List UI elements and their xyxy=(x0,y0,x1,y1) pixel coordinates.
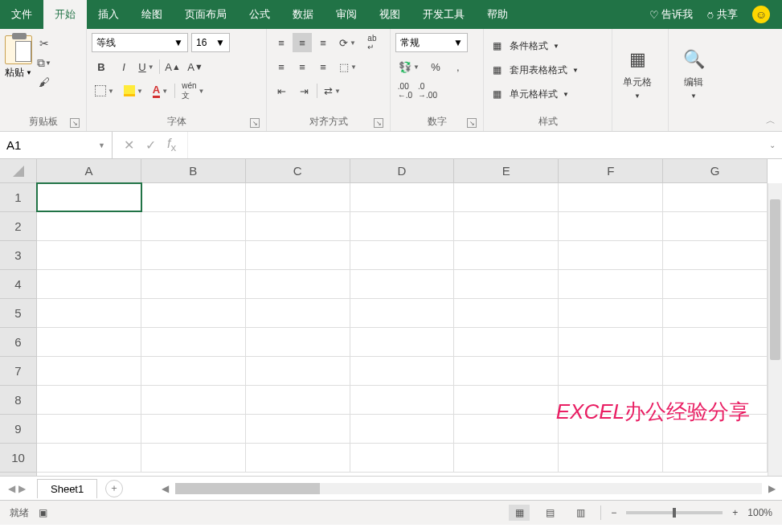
cell[interactable] xyxy=(454,328,559,356)
cell[interactable] xyxy=(350,299,455,327)
increase-indent-button[interactable]: ⇥ xyxy=(294,81,313,100)
cell[interactable] xyxy=(454,183,559,211)
font-size-select[interactable]: 16▼ xyxy=(191,33,230,52)
fill-color-button[interactable]: ▼ xyxy=(121,81,146,100)
cell[interactable] xyxy=(141,444,246,472)
cell-styles-button[interactable]: ▦单元格样式▼ xyxy=(489,84,607,104)
merge-button[interactable]: ⬚▼ xyxy=(336,57,360,76)
cell[interactable] xyxy=(454,386,559,414)
cell[interactable] xyxy=(246,386,350,414)
horizontal-scrollbar[interactable]: ◀ ▶ xyxy=(155,483,782,494)
bold-button[interactable]: B xyxy=(92,57,111,76)
scroll-right-button[interactable]: ▶ xyxy=(768,483,776,494)
cell[interactable] xyxy=(350,328,455,356)
cell[interactable] xyxy=(37,212,141,240)
decrease-indent-button[interactable]: ⇤ xyxy=(272,81,291,100)
cell[interactable] xyxy=(559,328,663,356)
tab-review[interactable]: 审阅 xyxy=(325,0,368,29)
cell[interactable] xyxy=(141,357,246,385)
cell[interactable] xyxy=(37,241,141,269)
tab-help[interactable]: 帮助 xyxy=(476,0,519,29)
sheet-nav-next-button[interactable]: ▶ xyxy=(18,483,26,494)
cell[interactable] xyxy=(246,299,350,327)
tab-view[interactable]: 视图 xyxy=(368,0,411,29)
align-top-button[interactable]: ≡ xyxy=(272,33,291,52)
percent-button[interactable]: % xyxy=(426,57,445,76)
cell[interactable] xyxy=(246,212,350,240)
cell[interactable] xyxy=(350,183,455,211)
cell[interactable] xyxy=(246,183,350,211)
sheet-tab[interactable]: Sheet1 xyxy=(37,479,97,498)
formula-input[interactable]: ⌄ xyxy=(188,132,782,158)
cell[interactable] xyxy=(141,299,246,327)
format-as-table-button[interactable]: ▦套用表格格式▼ xyxy=(489,59,607,80)
tab-home[interactable]: 开始 xyxy=(43,0,87,29)
cell[interactable] xyxy=(350,357,455,385)
cell[interactable] xyxy=(559,212,663,240)
tab-formulas[interactable]: 公式 xyxy=(238,0,281,29)
italic-button[interactable]: I xyxy=(114,57,133,76)
zoom-slider[interactable] xyxy=(626,511,723,514)
border-button[interactable]: ▼ xyxy=(92,81,117,100)
tab-insert[interactable]: 插入 xyxy=(87,0,130,29)
phonetic-button[interactable]: wén文▼ xyxy=(178,81,207,100)
text-direction-button[interactable]: ⇄▼ xyxy=(321,81,344,100)
cell[interactable] xyxy=(559,183,663,211)
cell[interactable] xyxy=(37,386,141,414)
row-header[interactable]: 9 xyxy=(0,415,36,444)
grow-font-button[interactable]: A▲ xyxy=(163,57,182,76)
feedback-smiley-icon[interactable]: ☺ xyxy=(752,6,770,23)
page-break-view-button[interactable]: ▥ xyxy=(570,505,591,521)
page-layout-view-button[interactable]: ▤ xyxy=(539,505,560,521)
row-header[interactable]: 8 xyxy=(0,386,36,415)
underline-button[interactable]: U▼ xyxy=(137,57,156,76)
conditional-formatting-button[interactable]: ▦条件格式▼ xyxy=(489,35,607,56)
shrink-font-button[interactable]: A▼ xyxy=(186,57,205,76)
column-header[interactable]: G xyxy=(663,159,768,182)
paste-button[interactable]: 粘贴▼ xyxy=(5,35,32,80)
cell[interactable] xyxy=(663,357,768,385)
select-all-corner[interactable] xyxy=(0,159,37,183)
cell[interactable] xyxy=(246,270,350,298)
cell[interactable] xyxy=(559,270,663,298)
cell[interactable] xyxy=(454,212,559,240)
row-header[interactable]: 1 xyxy=(0,183,36,212)
align-launcher[interactable]: ↘ xyxy=(374,118,383,128)
cell[interactable] xyxy=(37,183,141,211)
cell[interactable] xyxy=(663,415,768,443)
align-right-button[interactable]: ≡ xyxy=(313,57,333,76)
cell[interactable] xyxy=(141,328,246,356)
cell[interactable] xyxy=(454,415,559,443)
cell[interactable] xyxy=(37,270,141,298)
cell[interactable] xyxy=(559,444,663,472)
tab-developer[interactable]: 开发工具 xyxy=(411,0,476,29)
sheet-nav-prev-button[interactable]: ◀ xyxy=(8,483,15,494)
row-header[interactable]: 3 xyxy=(0,241,36,270)
cell[interactable] xyxy=(246,444,350,472)
cell[interactable] xyxy=(37,328,141,356)
cell[interactable] xyxy=(141,386,246,414)
cell[interactable] xyxy=(141,415,246,443)
cells-button[interactable]: ▦ 单元格 ▼ xyxy=(617,32,657,113)
scroll-left-button[interactable]: ◀ xyxy=(162,483,169,494)
cell[interactable] xyxy=(663,183,768,211)
row-header[interactable]: 7 xyxy=(0,357,36,386)
decrease-decimal-button[interactable]: .0→.00 xyxy=(418,81,437,100)
tab-data[interactable]: 数据 xyxy=(281,0,325,29)
column-header[interactable]: F xyxy=(559,159,663,182)
zoom-out-button[interactable]: − xyxy=(611,507,616,518)
zoom-in-button[interactable]: + xyxy=(732,507,738,518)
align-bottom-button[interactable]: ≡ xyxy=(313,33,333,52)
font-color-button[interactable]: A▼ xyxy=(149,81,171,100)
row-header[interactable]: 2 xyxy=(0,212,36,241)
accept-formula-button[interactable]: ✓ xyxy=(145,137,156,153)
cell[interactable] xyxy=(350,241,455,269)
column-header[interactable]: E xyxy=(454,159,559,182)
cell[interactable] xyxy=(246,357,350,385)
cell[interactable] xyxy=(141,212,246,240)
cut-button[interactable]: ✂ xyxy=(35,35,53,51)
cell[interactable] xyxy=(559,386,663,414)
format-painter-button[interactable]: 🖌 xyxy=(35,74,53,90)
cell[interactable] xyxy=(454,241,559,269)
expand-formula-bar-button[interactable]: ⌄ xyxy=(769,141,776,149)
